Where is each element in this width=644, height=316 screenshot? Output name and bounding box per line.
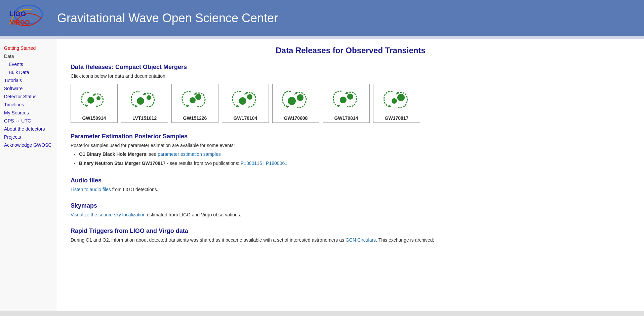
horizontal-scrollbar[interactable] <box>0 311 644 316</box>
event-icon-gw170104 <box>230 87 260 113</box>
sidebar: Getting Started Data Events Bulk Data Tu… <box>0 39 57 316</box>
rapid-section: Rapid Triggers from LIGO and Virgo data … <box>71 227 631 243</box>
event-card-lvt151012[interactable]: LVT151012 <box>121 84 168 123</box>
p1800061-link[interactable]: P1800061 <box>266 161 287 166</box>
sidebar-item-about-detectors[interactable]: About the detectors <box>3 125 53 133</box>
svg-point-7 <box>137 97 144 105</box>
event-label-gw170104: GW170104 <box>224 115 267 121</box>
pe-intro: Posterior samples used for parameter esi… <box>71 143 631 148</box>
sidebar-item-gps-utc[interactable]: GPS ↔ UTC <box>3 117 53 125</box>
skymaps-section: Skymaps Visualize the source sky localiz… <box>71 202 631 217</box>
layout: Getting Started Data Events Bulk Data Tu… <box>0 39 644 316</box>
main-content: Data Releases for Observed Transients Da… <box>57 39 644 316</box>
audio-section: Audio files Listen to audio files from L… <box>71 177 631 192</box>
audio-title: Audio files <box>71 177 631 184</box>
svg-point-11 <box>190 97 196 103</box>
sidebar-item-timelines[interactable]: Timelines <box>3 101 53 109</box>
event-icon-lvt151012 <box>129 87 160 113</box>
svg-point-15 <box>239 97 246 105</box>
svg-point-8 <box>147 95 151 100</box>
header: LIGO VIRGO Gravitational Wave Open Scien… <box>0 0 644 36</box>
event-label-gw170817: GW170817 <box>375 115 418 121</box>
event-icon-gw170817 <box>381 87 412 113</box>
page-heading: Data Releases for Observed Transients <box>71 46 631 55</box>
svg-point-19 <box>288 97 296 105</box>
sidebar-item-projects[interactable]: Projects <box>3 133 53 141</box>
compact-mergers-subtitle: Click icons below for data and documenta… <box>71 73 631 79</box>
skymaps-text: Visualize the source sky localization es… <box>71 212 631 217</box>
event-icon-gw150914 <box>79 87 109 113</box>
event-card-gw170817[interactable]: GW170817 <box>373 84 420 123</box>
svg-point-3 <box>87 97 94 104</box>
event-icon-gw170814 <box>331 87 361 113</box>
sidebar-item-software[interactable]: Software <box>3 84 53 93</box>
pe-item-1: O1 Binary Black Hole Mergers: see parame… <box>79 151 631 158</box>
pe-list: O1 Binary Black Hole Mergers: see parame… <box>79 151 631 167</box>
svg-point-23 <box>340 97 347 103</box>
event-label-gw151226: GW151226 <box>173 115 216 121</box>
sidebar-item-my-sources[interactable]: My Sources <box>3 109 53 117</box>
sidebar-item-tutorials[interactable]: Tutorials <box>3 76 53 84</box>
svg-point-4 <box>96 96 100 100</box>
svg-point-12 <box>195 94 201 100</box>
sidebar-item-detector-status[interactable]: Detector Status <box>3 93 53 101</box>
sidebar-item-bulk-data[interactable]: Bulk Data <box>3 68 53 76</box>
event-label-gw150914: GW150914 <box>73 115 116 121</box>
audio-text: Listen to audio files from LIGO detectio… <box>71 187 631 192</box>
sidebar-item-getting-started[interactable]: Getting Started <box>3 44 53 52</box>
gcn-circulars-link[interactable]: GCN Circulars <box>346 237 376 243</box>
rapid-title: Rapid Triggers from LIGO and Virgo data <box>71 227 631 235</box>
skymaps-suffix: estimated from LIGO and Virgo observatio… <box>146 212 241 217</box>
svg-point-28 <box>397 94 405 101</box>
svg-text:VIRGO: VIRGO <box>10 19 30 26</box>
event-label-gw170814: GW170814 <box>325 115 368 121</box>
pe-samples-link[interactable]: parameter estimation samples <box>158 151 221 157</box>
audio-suffix: from LIGO detections. <box>111 187 158 192</box>
skymaps-link[interactable]: Visualize the source sky localization <box>71 212 146 217</box>
svg-point-27 <box>392 98 397 104</box>
skymaps-title: Skymaps <box>71 202 631 209</box>
event-label-lvt151012: LVT151012 <box>123 115 166 121</box>
p1800115-link[interactable]: P1800115 <box>241 161 262 166</box>
ligo-virgo-logo: LIGO VIRGO <box>7 5 47 30</box>
pe-section: Parameter Estimation Posterior Samples P… <box>71 133 631 167</box>
event-card-gw151226[interactable]: GW151226 <box>171 84 218 123</box>
svg-point-24 <box>347 94 353 100</box>
sidebar-item-events[interactable]: Events <box>3 60 53 68</box>
rapid-text-after: . This exchange is archived: <box>376 237 434 243</box>
sidebar-item-data: Data <box>3 52 53 60</box>
audio-link[interactable]: Listen to audio files <box>71 187 111 192</box>
event-icon-gw170608 <box>281 87 311 113</box>
pe-item-1-bold: O1 Binary Black Hole Mergers <box>79 151 146 157</box>
sidebar-item-acknowledge[interactable]: Acknowledge GWOSC <box>3 141 53 149</box>
events-grid: GW150914 LVT151012 <box>71 84 631 123</box>
pe-item-2-bold: Binary Neutron Star Merger GW170817 <box>79 161 166 166</box>
event-icon-gw151226 <box>180 87 210 113</box>
nav-bar <box>0 36 644 39</box>
event-card-gw170608[interactable]: GW170608 <box>272 84 319 123</box>
svg-point-16 <box>247 94 252 100</box>
event-card-gw150914[interactable]: GW150914 <box>71 84 118 123</box>
event-card-gw170814[interactable]: GW170814 <box>323 84 370 123</box>
event-card-gw170104[interactable]: GW170104 <box>222 84 269 123</box>
svg-text:LIGO: LIGO <box>9 10 26 17</box>
rapid-text-before: During O1 and O2, information about dete… <box>71 237 346 243</box>
compact-mergers-title: Data Releases: Compact Object Mergers <box>71 64 631 71</box>
rapid-text: During O1 and O2, information about dete… <box>71 237 631 243</box>
site-title: Gravitational Wave Open Science Center <box>57 11 278 25</box>
event-label-gw170608: GW170608 <box>274 115 317 121</box>
pe-item-2: Binary Neutron Star Merger GW170817 - se… <box>79 160 631 167</box>
logo-area: LIGO VIRGO <box>7 5 50 31</box>
svg-point-20 <box>297 94 304 101</box>
compact-mergers-section: Data Releases: Compact Object Mergers Cl… <box>71 64 631 123</box>
pe-title: Parameter Estimation Posterior Samples <box>71 133 631 140</box>
